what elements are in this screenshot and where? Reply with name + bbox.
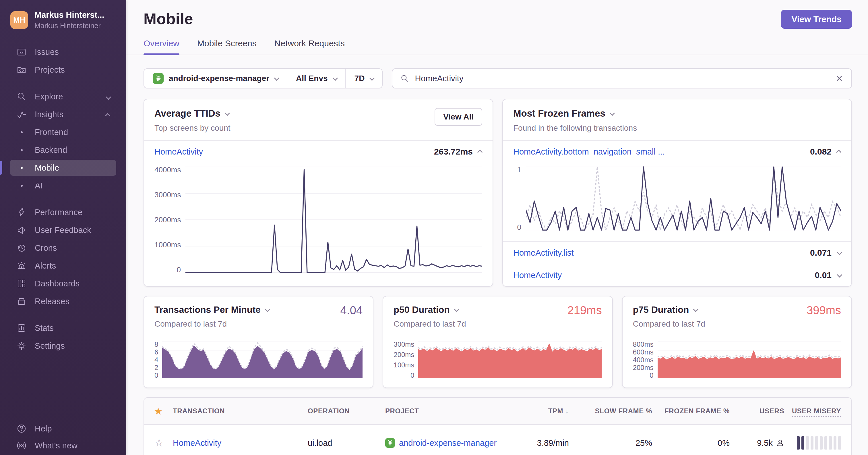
collapse-icon[interactable] [477, 149, 483, 154]
column-header-operation[interactable]: OPERATION [308, 407, 385, 415]
transactions-table: ★ TRANSACTION OPERATION PROJECT TPM ↓ SL… [144, 397, 852, 455]
card-subtitle: Top screens by count [154, 123, 230, 133]
sidebar-item-ai[interactable]: AI [10, 177, 116, 194]
star-column-header[interactable]: ★ [154, 406, 173, 416]
p50-title-dropdown[interactable]: p50 Duration [394, 305, 458, 315]
tab-network-requests[interactable]: Network Requests [274, 38, 345, 55]
card-title-label: Most Frozen Frames [513, 108, 606, 119]
search-input[interactable]: HomeActivity [392, 68, 852, 88]
card-title-label: Average TTIDs [154, 108, 220, 119]
avg-ttids-title-dropdown[interactable]: Average TTIDs [154, 108, 230, 119]
favorite-star-icon[interactable]: ☆ [154, 437, 173, 449]
stats-icon [17, 323, 27, 333]
sidebar-item-projects[interactable]: Projects [10, 62, 116, 78]
tab-overview[interactable]: Overview [144, 38, 179, 55]
slow-frame-cell: 25% [569, 438, 652, 448]
sidebar-item-stats[interactable]: Stats [10, 320, 116, 336]
chevron-down-icon [265, 307, 270, 312]
sidebar-item-help[interactable]: Help [10, 421, 116, 436]
sidebar-item-mobile[interactable]: Mobile [10, 160, 116, 176]
sidebar-item-label: AI [35, 181, 42, 191]
sidebar-item-releases[interactable]: Releases [10, 293, 116, 309]
project-selector[interactable]: android-expense-manager [144, 69, 287, 88]
sidebar-item-alerts[interactable]: Alerts [10, 258, 116, 274]
frozen-frames-line-chart [526, 166, 841, 231]
sidebar-item-insights[interactable]: Insights [10, 106, 116, 122]
metric-value: 263.72ms [434, 147, 473, 157]
page-header: Mobile View Trends Overview Mobile Scree… [126, 0, 868, 55]
expand-icon[interactable] [837, 272, 842, 277]
avatar: MH [10, 11, 28, 29]
tab-mobile-screens[interactable]: Mobile Screens [197, 38, 257, 55]
page-title: Mobile [144, 10, 193, 28]
chevron-down-icon [454, 307, 459, 312]
sidebar-item-frontend[interactable]: Frontend [10, 124, 116, 140]
project-link[interactable]: android-expense-manager [399, 438, 497, 448]
view-trends-button[interactable]: View Trends [781, 10, 852, 29]
p50-value: 219ms [567, 305, 602, 316]
user-misery-score [784, 436, 841, 450]
sidebar-item-crons[interactable]: Crons [10, 240, 116, 256]
card-subtitle: Compared to last 7d [394, 319, 601, 329]
transaction-link[interactable]: HomeActivity [513, 271, 562, 280]
card-subtitle: Compared to last 7d [633, 319, 841, 329]
sidebar-item-label: Help [35, 424, 52, 433]
column-header-frozen-frame[interactable]: FROZEN FRAME % [652, 407, 730, 415]
column-header-slow-frame[interactable]: SLOW FRAME % [569, 407, 652, 415]
sidebar-item-explore[interactable]: Explore [10, 88, 116, 105]
column-header-project[interactable]: PROJECT [385, 407, 497, 415]
project-selector-value: android-expense-manager [169, 74, 269, 83]
view-all-button[interactable]: View All [435, 108, 482, 126]
tpm-value: 4.04 [340, 305, 363, 316]
tpm-title-dropdown[interactable]: Transactions Per Minute [154, 305, 269, 315]
column-header-user-misery[interactable]: USER MISERY [784, 407, 841, 415]
frozen-frame-cell: 0% [652, 438, 730, 448]
issues-icon [17, 47, 27, 57]
transaction-link[interactable]: HomeActivity.bottom_navigation_small ... [513, 147, 665, 157]
date-range-selector[interactable]: 7D [346, 69, 382, 88]
sidebar-item-user-feedback[interactable]: User Feedback [10, 222, 116, 238]
sidebar-item-label: Dashboards [35, 279, 80, 288]
sidebar-item-performance[interactable]: Performance [10, 204, 116, 220]
environment-selector[interactable]: All Envs [287, 69, 346, 88]
broadcast-icon [17, 440, 27, 451]
transaction-link[interactable]: HomeActivity.list [513, 248, 574, 258]
sidebar-item-label: What's new [35, 441, 78, 450]
collapse-icon[interactable] [836, 149, 841, 154]
sidebar-item-label: User Feedback [35, 226, 91, 235]
sidebar-item-backend[interactable]: Backend [10, 142, 116, 158]
chevron-up-icon [106, 110, 110, 119]
sidebar-item-whats-new[interactable]: What's new [10, 437, 116, 454]
siren-icon [17, 260, 27, 271]
metric-value: 0.082 [810, 147, 832, 157]
sidebar-item-issues[interactable]: Issues [10, 44, 116, 60]
users-count: 9.5k [757, 438, 773, 448]
p75-title-dropdown[interactable]: p75 Duration [633, 305, 698, 315]
chevron-down-icon [106, 92, 110, 102]
sidebar-item-dashboards[interactable]: Dashboards [10, 276, 116, 291]
sidebar-item-label: Backend [35, 145, 67, 155]
y-axis-ticks: 10 [513, 166, 526, 231]
column-header-tpm-sorted[interactable]: TPM ↓ [497, 407, 569, 415]
y-axis-ticks: 4000ms3000ms2000ms1000ms0 [154, 166, 185, 274]
search-icon [400, 74, 409, 83]
expand-icon[interactable] [837, 250, 842, 255]
clear-search-icon[interactable] [835, 75, 843, 82]
sidebar-item-settings[interactable]: Settings [10, 338, 116, 354]
column-header-transaction[interactable]: TRANSACTION [173, 407, 308, 415]
transaction-link[interactable]: HomeActivity [154, 147, 203, 157]
user-menu[interactable]: MH Markus Hinterst... Markus Hinterstein… [0, 10, 126, 30]
p75-area-chart [658, 341, 841, 379]
card-title-label: p75 Duration [633, 305, 689, 315]
p50-duration-card: p50 Duration 219ms Compared to last 7d 3… [383, 296, 613, 388]
transaction-link[interactable]: HomeActivity [173, 438, 308, 448]
projects-icon [17, 65, 27, 75]
ttid-line-chart [185, 166, 482, 274]
column-header-users[interactable]: USERS [730, 407, 784, 415]
frozen-frames-title-dropdown[interactable]: Most Frozen Frames [513, 108, 637, 119]
chevron-down-icon [610, 110, 615, 115]
user-org: Markus Hintersteiner [34, 22, 104, 30]
chevron-down-icon [332, 75, 338, 80]
bullet-icon [17, 127, 27, 137]
p75-value: 399ms [807, 305, 841, 316]
